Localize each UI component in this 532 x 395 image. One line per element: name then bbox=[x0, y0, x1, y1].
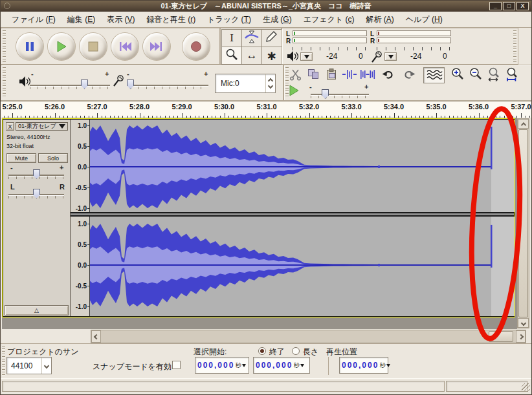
mute-button[interactable]: Mute bbox=[6, 153, 36, 163]
window-title: 01-東方セレブ ～ABUNAI SISTERS～_小宮真央 ココ 樹詩音 bbox=[1, 1, 531, 11]
menu-item-2[interactable]: 編集 (E) bbox=[61, 14, 101, 25]
maximize-button[interactable]: □ bbox=[503, 2, 515, 10]
output-meter-right-bar[interactable] bbox=[293, 37, 367, 43]
scroll-right-icon[interactable] bbox=[516, 330, 526, 343]
project-rate-select[interactable]: 44100 bbox=[6, 357, 52, 374]
input-meter-right-bar[interactable] bbox=[377, 37, 451, 43]
pause-button[interactable] bbox=[16, 33, 43, 60]
input-meter-left-bar[interactable] bbox=[377, 30, 451, 36]
vertical-scrollbar[interactable] bbox=[517, 118, 529, 328]
vertical-scroll-thumb[interactable] bbox=[518, 129, 528, 317]
multi-tool-button[interactable]: ∗ bbox=[261, 47, 282, 65]
scale-tick bbox=[87, 265, 89, 266]
paste-button[interactable] bbox=[322, 67, 340, 83]
mixer-toolbar: - + - + Mic:0 bbox=[1, 65, 283, 101]
input-meter-dropdown[interactable] bbox=[384, 52, 397, 61]
horizontal-scrollbar[interactable] bbox=[91, 330, 526, 343]
envelope-tool-button[interactable] bbox=[241, 29, 262, 47]
selection-tool-button[interactable]: I bbox=[221, 29, 242, 47]
snap-mode-checkbox[interactable] bbox=[172, 361, 181, 369]
playback-speed-slider[interactable] bbox=[311, 94, 369, 95]
copy-button[interactable] bbox=[304, 67, 322, 83]
input-volume-slider[interactable] bbox=[131, 85, 208, 86]
zoom-in-button[interactable] bbox=[449, 67, 466, 83]
menu-item-8[interactable]: 解析 (A) bbox=[360, 14, 399, 25]
playback-position-label: 再生位置 bbox=[326, 347, 357, 358]
ruler-time-label: 5:34.0 bbox=[384, 103, 404, 111]
minimize-button[interactable]: _ bbox=[489, 2, 502, 10]
collapse-track-button[interactable]: △ bbox=[5, 305, 69, 315]
zoom-fit-button[interactable] bbox=[503, 67, 520, 83]
scale-tick bbox=[87, 146, 89, 147]
redo-button[interactable] bbox=[400, 67, 417, 83]
ruler-time-label: 5:28.0 bbox=[129, 103, 150, 111]
speaker-icon bbox=[286, 50, 299, 65]
chevron-down-icon[interactable] bbox=[41, 358, 51, 374]
project-rate-label: プロジェクトのサン bbox=[7, 347, 79, 358]
draw-tool-button[interactable] bbox=[261, 29, 282, 47]
menu-item-7[interactable]: エフェクト (c) bbox=[298, 14, 360, 25]
output-meter-left-bar[interactable] bbox=[293, 30, 367, 36]
chevron-down-icon[interactable] bbox=[386, 364, 390, 367]
waveform-channel-right[interactable] bbox=[90, 217, 515, 316]
menu-item-3[interactable]: 表示 (V) bbox=[101, 14, 140, 25]
scroll-up-icon[interactable] bbox=[518, 119, 529, 129]
chevron-down-icon[interactable] bbox=[242, 364, 246, 367]
stop-button[interactable] bbox=[80, 33, 107, 60]
trim-button[interactable] bbox=[340, 67, 358, 83]
playback-position-field[interactable]: 000,000秒 bbox=[339, 357, 388, 374]
record-button[interactable] bbox=[183, 33, 210, 60]
title-bar[interactable]: 01-東方セレブ ～ABUNAI SISTERS～_小宮真央 ココ 樹詩音 _ … bbox=[1, 1, 531, 12]
toolbar-grip[interactable] bbox=[3, 30, 6, 62]
toolbar-grip[interactable] bbox=[513, 30, 516, 62]
scroll-left-icon[interactable] bbox=[91, 330, 101, 343]
output-meter-dropdown[interactable] bbox=[300, 52, 313, 61]
track-name-dropdown[interactable]: 01-東方セレブ bbox=[16, 122, 68, 131]
waveform-channel-left[interactable] bbox=[90, 120, 515, 212]
toolbar-grip[interactable] bbox=[2, 346, 5, 376]
selection-end-field[interactable]: 000,000秒 bbox=[195, 357, 249, 374]
radio-length[interactable] bbox=[292, 347, 300, 355]
timeline-ruler[interactable]: 5:25.05:26.05:27.05:28.05:29.05:30.05:31… bbox=[1, 101, 531, 118]
menu-item-4[interactable]: 録音と再生 (r) bbox=[141, 14, 202, 25]
time-unit: 秒 bbox=[293, 361, 299, 370]
cut-button[interactable] bbox=[286, 67, 304, 83]
input-device-select[interactable]: Mic:0 bbox=[215, 74, 276, 93]
resize-grip[interactable] bbox=[522, 383, 530, 392]
skip-end-button[interactable] bbox=[143, 33, 170, 60]
track-area[interactable]: X 01-東方セレブ Stereo, 44100Hz 32-bit float … bbox=[2, 118, 517, 329]
play-button[interactable] bbox=[48, 33, 75, 60]
close-button[interactable]: X bbox=[516, 2, 529, 10]
timeshift-tool-button[interactable]: ↔ bbox=[241, 47, 262, 65]
output-volume-slider[interactable] bbox=[30, 85, 110, 86]
undo-button[interactable] bbox=[379, 67, 397, 83]
ruler-time-label: 5:36.0 bbox=[469, 103, 489, 111]
output-meter-right-label: R bbox=[286, 37, 291, 45]
scroll-down-icon[interactable] bbox=[518, 318, 529, 328]
silence-icon bbox=[360, 69, 375, 83]
silence-button[interactable] bbox=[359, 67, 376, 83]
vertical-scale-ruler[interactable]: 1.00.50.0-0.5-1.01.00.50.0-0.5-1.0 bbox=[71, 120, 90, 316]
zoom-selection-button[interactable] bbox=[485, 67, 502, 83]
skip-start-button[interactable] bbox=[111, 33, 139, 60]
selection-length-field[interactable]: 000,000秒 bbox=[253, 357, 310, 374]
scale-label: 0.5 bbox=[78, 241, 87, 248]
sync-lock-button[interactable] bbox=[423, 67, 445, 83]
toolbar-grip[interactable] bbox=[3, 67, 6, 98]
menu-item-1[interactable]: ファイル (F) bbox=[6, 14, 61, 25]
horizontal-scroll-thumb[interactable] bbox=[489, 331, 513, 342]
output-meter-tick-label-1: -24 bbox=[326, 52, 337, 61]
zoom-out-button[interactable] bbox=[467, 67, 484, 83]
solo-button[interactable]: Solo bbox=[38, 153, 68, 163]
menu-item-5[interactable]: トラック (T) bbox=[201, 14, 257, 25]
menu-item-9[interactable]: ヘルプ (H) bbox=[400, 14, 449, 25]
radio-end[interactable] bbox=[258, 347, 266, 355]
menu-item-6[interactable]: 生成 (G) bbox=[257, 14, 298, 25]
channel-divider[interactable] bbox=[71, 212, 514, 217]
input-meter-left-label: L bbox=[370, 30, 374, 37]
zoom-tool-button[interactable] bbox=[221, 47, 242, 65]
spinner-arrows-icon[interactable] bbox=[265, 74, 275, 92]
chevron-down-icon[interactable] bbox=[300, 364, 304, 367]
play-at-speed-button[interactable] bbox=[285, 83, 302, 100]
track-close-button[interactable]: X bbox=[6, 122, 14, 131]
